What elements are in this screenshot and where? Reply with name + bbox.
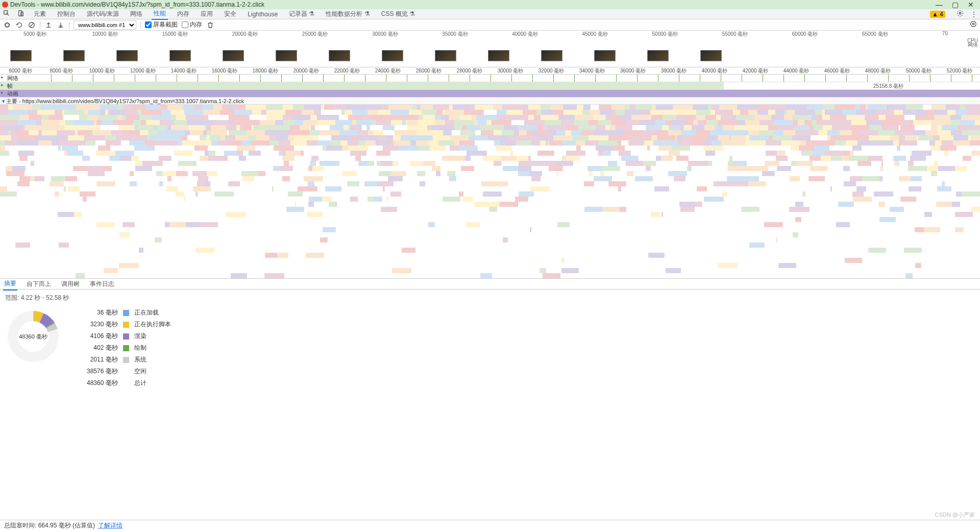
tab-performance[interactable]: 性能 [152, 8, 168, 20]
legend-value: 4106 毫秒 [87, 332, 118, 341]
ruler-tick: 44000 毫秒 [776, 67, 817, 74]
capture-settings-icon[interactable] [970, 20, 977, 29]
animation-track[interactable]: 动画 [0, 90, 980, 98]
legend-swatch [123, 380, 129, 387]
filmstrip-thumb[interactable] [10, 50, 32, 61]
tab-network[interactable]: 网络 [128, 9, 144, 19]
filmstrip-thumb[interactable] [276, 50, 297, 61]
upload-button[interactable] [44, 21, 53, 29]
donut-center-label: 48360 毫秒 [5, 308, 61, 365]
filmstrip-thumb[interactable] [329, 50, 350, 61]
ruler-tick: 52000 毫秒 [939, 67, 980, 74]
minimize-button[interactable]: — [936, 1, 943, 9]
warnings-badge[interactable]: ▲ 4 [930, 11, 945, 18]
record-button[interactable] [3, 21, 11, 29]
svg-point-6 [971, 21, 976, 27]
svg-point-5 [972, 23, 974, 25]
tab-application[interactable]: 应用 [199, 9, 215, 19]
filmstrip-thumb[interactable] [541, 50, 562, 61]
ruler-tick: 10000 毫秒 [82, 67, 122, 74]
overview-tick: 40000 毫秒 [490, 31, 560, 37]
legend-name: 总计 [134, 379, 171, 388]
filmstrip-thumb[interactable] [488, 50, 509, 61]
filmstrip-thumb[interactable] [382, 50, 403, 61]
net-label: 网络 [968, 41, 978, 49]
device-toggle-icon[interactable] [17, 10, 24, 18]
timeline-ruler[interactable]: 6000 毫秒8000 毫秒10000 毫秒12000 毫秒14000 毫秒16… [0, 67, 980, 75]
frame-time-marker: 25158.8 毫秒 [873, 83, 903, 90]
ruler-tick: 18000 毫秒 [245, 67, 286, 74]
tab-sources[interactable]: 源代码/来源 [85, 9, 121, 19]
screenshot-checkbox[interactable]: 屏幕截图 [145, 20, 178, 29]
ruler-tick: 48000 毫秒 [857, 67, 898, 74]
tab-bottomup[interactable]: 自下而上 [26, 278, 52, 290]
tab-lighthouse[interactable]: Lighthouse [246, 10, 280, 19]
ruler-tick: 38000 毫秒 [653, 67, 694, 74]
filmstrip-thumb[interactable] [169, 50, 191, 61]
settings-icon[interactable] [957, 10, 964, 18]
legend-name: 系统 [134, 355, 171, 364]
tab-css-overview[interactable]: CSS 概览 ⚗ [379, 9, 417, 19]
filmstrip-thumb[interactable] [63, 50, 85, 61]
overview-tick: 50000 毫秒 [630, 31, 700, 37]
legend-value: 36 毫秒 [87, 308, 118, 317]
tab-security[interactable]: 安全 [222, 9, 238, 19]
overview-tick: 5000 毫秒 [0, 31, 70, 37]
ruler-tick: 12000 毫秒 [122, 67, 163, 74]
legend-name: 空闲 [134, 367, 171, 376]
legend-value: 402 毫秒 [87, 344, 118, 352]
overview-tick: 65000 毫秒 [840, 31, 910, 37]
filmstrip-thumb[interactable] [647, 50, 669, 61]
legend-swatch [123, 357, 129, 363]
range-text: 范围: 4.22 秒 - 52.58 秒 [5, 294, 975, 302]
tab-memory[interactable]: 内存 [175, 9, 191, 19]
flame-chart[interactable] [0, 105, 980, 278]
filmstrip-thumb[interactable] [594, 50, 616, 61]
filmstrip[interactable] [0, 49, 980, 67]
ruler-tick: 22000 毫秒 [327, 67, 368, 74]
legend-name: 渲染 [134, 332, 171, 341]
filmstrip-thumb[interactable] [435, 50, 456, 61]
maximize-button[interactable]: ▢ [952, 1, 959, 9]
target-select[interactable]: www.bilibili.com #1 [74, 20, 136, 30]
clear-button[interactable] [28, 21, 36, 29]
ruler-tick: 6000 毫秒 [0, 67, 41, 74]
reload-record-button[interactable] [15, 21, 23, 29]
overview-tick: 70 [910, 31, 980, 37]
legend-swatch [123, 310, 129, 316]
memory-checkbox[interactable]: 内存 [182, 20, 202, 29]
timeline-overview[interactable]: 5000 毫秒10000 毫秒15000 毫秒20000 毫秒25000 毫秒3… [0, 31, 980, 49]
overview-tick: 15000 毫秒 [140, 31, 210, 37]
summary-donut: 48360 毫秒 [5, 308, 61, 365]
more-icon[interactable]: ⋮ [971, 11, 977, 18]
tab-recorder[interactable]: 记录器 ⚗ [287, 9, 316, 19]
filmstrip-thumb[interactable] [223, 50, 244, 61]
panel-tabbar: 元素 控制台 源代码/来源 网络 性能 内存 应用 安全 Lighthouse … [0, 9, 980, 19]
legend-swatch [123, 333, 129, 340]
legend-value: 3230 毫秒 [87, 320, 118, 329]
network-track[interactable]: 网络 [0, 75, 980, 82]
ruler-tick: 40000 毫秒 [694, 67, 735, 74]
frames-track[interactable]: 帧 25158.8 毫秒 [0, 82, 980, 90]
tab-eventlog[interactable]: 事件日志 [89, 278, 115, 290]
devtools-favicon [2, 2, 8, 8]
filmstrip-thumb[interactable] [116, 50, 138, 61]
overview-tick: 45000 毫秒 [560, 31, 630, 37]
legend-value: 2011 毫秒 [87, 355, 118, 364]
tab-summary[interactable]: 摘要 [3, 278, 17, 291]
tab-console[interactable]: 控制台 [55, 9, 78, 19]
filmstrip-thumb[interactable] [700, 50, 722, 61]
ruler-tick: 20000 毫秒 [286, 67, 327, 74]
cpu-sparkline [0, 37, 980, 49]
close-button[interactable]: ✕ [968, 1, 974, 9]
tab-elements[interactable]: 元素 [32, 9, 48, 19]
svg-rect-1 [19, 11, 22, 16]
inspect-icon[interactable] [3, 10, 10, 18]
overview-tick: 10000 毫秒 [70, 31, 140, 37]
tab-calltree[interactable]: 调用树 [60, 278, 81, 290]
legend-swatch [123, 345, 129, 351]
trash-button[interactable] [206, 21, 214, 29]
tab-perf-insights[interactable]: 性能数据分析 ⚗ [324, 9, 372, 19]
download-button[interactable] [57, 21, 65, 29]
main-thread-header[interactable]: 主要 - https://www.bilibili.com/video/BV1Q… [0, 98, 980, 105]
